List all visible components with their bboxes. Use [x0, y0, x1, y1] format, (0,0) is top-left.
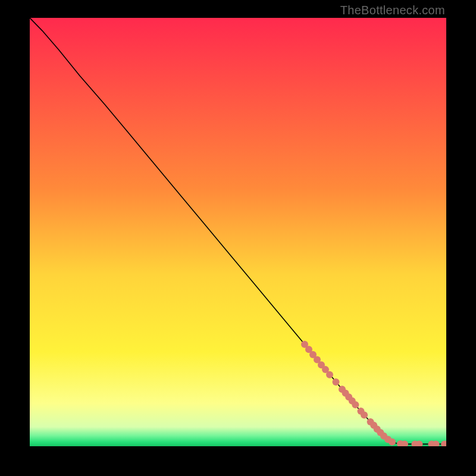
data-marker: [361, 411, 368, 418]
data-marker: [352, 401, 359, 408]
plot-area: [30, 18, 446, 446]
chart-frame: TheBottleneck.com: [0, 0, 476, 476]
data-marker: [326, 371, 333, 378]
data-marker: [333, 378, 340, 386]
gradient-background: [30, 18, 446, 446]
chart-svg: [30, 18, 446, 446]
data-marker: [389, 439, 396, 446]
watermark-text: TheBottleneck.com: [340, 4, 445, 17]
